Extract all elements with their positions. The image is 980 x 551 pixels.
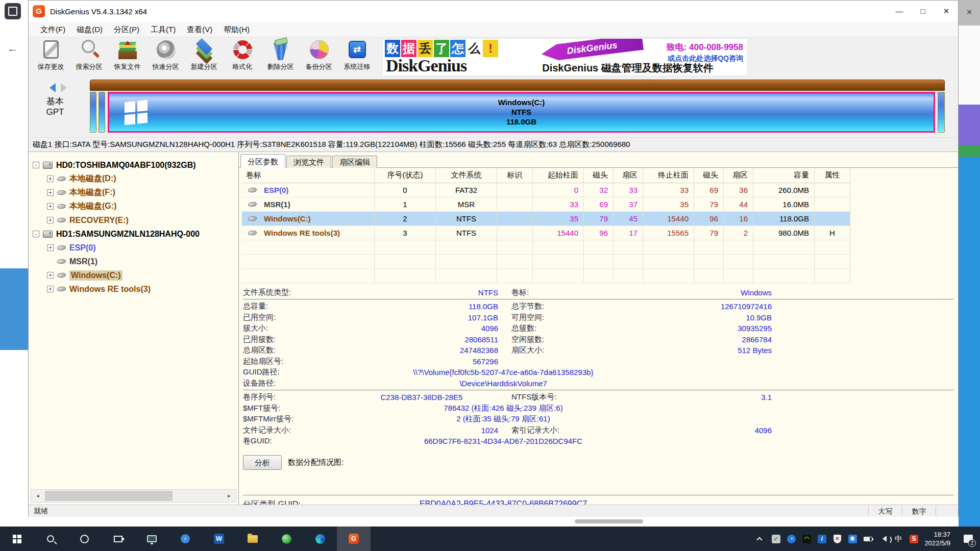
expand-icon[interactable]: + xyxy=(47,203,54,210)
scroll-right-icon[interactable]: ► xyxy=(223,490,236,502)
tab-browse-files[interactable]: 浏览文件 xyxy=(286,156,331,168)
banner-qq-link[interactable]: 或点击此处选择QQ咨询 xyxy=(668,54,743,63)
tray-blue-app-icon[interactable]: ◔ xyxy=(783,527,799,551)
partition-block-esp[interactable] xyxy=(90,92,96,133)
menu-help[interactable]: 帮助(H) xyxy=(218,22,255,37)
lightning-icon xyxy=(181,534,190,543)
details-divider xyxy=(243,390,954,390)
tree-item-msr[interactable]: MSR(1) xyxy=(29,255,238,268)
cortana-button[interactable] xyxy=(67,527,101,551)
format-button[interactable]: 格式化 xyxy=(223,39,261,76)
background-app-icon xyxy=(5,3,21,19)
table-row-windows-c[interactable]: Windows(C:) 2 NTFS 35 79 45 15440 96 16 … xyxy=(242,212,958,226)
pinned-app-word[interactable]: W xyxy=(202,527,236,551)
minimize-button[interactable]: — xyxy=(888,1,911,22)
pinned-app-monitor[interactable] xyxy=(135,527,168,551)
tray-expand-button[interactable] xyxy=(753,527,768,551)
search-partition-button[interactable]: 搜索分区 xyxy=(70,39,108,76)
banner-ribbon: DiskGenius xyxy=(541,38,644,62)
tree-item-windows-c[interactable]: + Windows(C:) xyxy=(29,268,238,282)
expand-icon[interactable]: + xyxy=(47,272,54,279)
disk-bar[interactable] xyxy=(90,80,945,91)
backup-partition-button[interactable]: 备份分区 xyxy=(300,39,338,76)
delete-partition-button[interactable]: 删除分区 xyxy=(261,39,300,76)
expand-icon[interactable]: + xyxy=(47,217,54,223)
pinned-app-messenger[interactable] xyxy=(168,527,202,551)
scroll-thumb[interactable] xyxy=(45,491,173,501)
taskbar-app-diskgenius[interactable]: G xyxy=(337,527,371,551)
tree-item-esp[interactable]: + ESP(0) xyxy=(29,241,238,255)
taskbar-clock[interactable]: 18:37 2022/5/9 xyxy=(924,530,950,547)
battery-icon[interactable] xyxy=(860,527,875,551)
table-row-esp[interactable]: ESP(0) 0 FAT32 0 32 33 33 69 36 260.0MB xyxy=(242,183,958,197)
status-numlock: 数字 xyxy=(902,507,936,516)
tray-intel-icon[interactable]: i xyxy=(814,527,829,551)
save-changes-button[interactable]: 保存更改 xyxy=(32,39,70,76)
tray-nvidia-icon[interactable]: ◠ xyxy=(799,527,814,551)
ime-indicator[interactable]: 中 xyxy=(891,527,906,551)
expand-icon[interactable]: + xyxy=(47,176,54,182)
expand-icon[interactable]: + xyxy=(47,286,54,292)
disk-icon xyxy=(43,162,53,169)
nav-back-icon[interactable] xyxy=(45,83,56,92)
collapse-icon[interactable]: - xyxy=(33,231,39,237)
banner-tile: 么 xyxy=(467,40,482,57)
notification-center-button[interactable]: 2 xyxy=(957,527,980,551)
status-capslock: 大写 xyxy=(868,507,902,516)
tray-update-icon[interactable]: ✓ xyxy=(768,527,783,551)
diskgenius-window: G DiskGenius V5.4.3.1342 x64 — □ ✕ 文件(F)… xyxy=(28,0,959,516)
start-button[interactable] xyxy=(0,527,34,551)
tree-item-hd0[interactable]: - HD0:TOSHIBAMQ04ABF100(932GB) xyxy=(29,158,238,172)
nav-forward-icon[interactable] xyxy=(61,83,71,92)
tree-item-local-d[interactable]: + 本地磁盘(D:) xyxy=(29,172,238,186)
volume-icon[interactable] xyxy=(875,527,891,551)
tab-partition-params[interactable]: 分区参数 xyxy=(240,154,285,168)
pinned-app-browser[interactable] xyxy=(270,527,303,551)
pinned-app-edge[interactable] xyxy=(303,527,337,551)
partition-block-windows-c[interactable]: Windows(C:) NTFS 118.0GB xyxy=(108,92,935,133)
menu-view[interactable]: 查看(V) xyxy=(181,22,218,37)
menu-disk[interactable]: 磁盘(D) xyxy=(71,22,108,37)
menu-partition[interactable]: 分区(P) xyxy=(108,22,145,37)
collapse-icon[interactable]: - xyxy=(33,162,39,168)
task-view-button[interactable] xyxy=(101,527,135,551)
partition-block-msr[interactable] xyxy=(99,92,105,133)
pinned-app-file-explorer[interactable] xyxy=(236,527,270,551)
tree-item-windows-re[interactable]: + Windows RE tools(3) xyxy=(29,282,238,296)
expand-icon[interactable]: + xyxy=(47,189,54,196)
table-row-windows-re[interactable]: Windows RE tools(3) 3 NTFS 15440 96 17 1… xyxy=(242,226,958,240)
background-window-right: ✕ xyxy=(959,0,980,527)
scroll-left-icon[interactable]: ◄ xyxy=(31,490,44,502)
new-partition-button[interactable]: 新建分区 xyxy=(185,39,223,76)
tree-item-local-g[interactable]: + 本地磁盘(G:) xyxy=(29,199,238,213)
windows-logo-icon xyxy=(13,535,21,543)
sogou-icon[interactable]: S xyxy=(906,527,921,551)
expander-spacer xyxy=(47,258,54,265)
taskbar-search-button[interactable] xyxy=(34,527,67,551)
system-migrate-button[interactable]: ⇄ 系统迁移 xyxy=(338,39,376,76)
quick-partition-button[interactable]: 快速分区 xyxy=(146,39,185,76)
ad-banner[interactable]: 数 据 丢 了 怎 么 ! DiskGenius DiskGenius Disk… xyxy=(382,38,748,76)
expand-icon[interactable]: + xyxy=(47,244,54,251)
tray-snowflake-icon[interactable]: ❄ xyxy=(845,527,860,551)
tree-item-local-f[interactable]: + 本地磁盘(F:) xyxy=(29,186,238,199)
close-button[interactable]: ✕ xyxy=(935,1,958,22)
maximize-button[interactable]: □ xyxy=(911,1,935,22)
menu-file[interactable]: 文件(F) xyxy=(35,22,71,37)
table-row-msr[interactable]: MSR(1) 1 MSR 33 69 37 35 79 44 16.0MB xyxy=(242,197,958,212)
banner-tile: ! xyxy=(483,40,498,57)
analyze-button[interactable]: 分析 xyxy=(243,455,282,470)
menu-tools[interactable]: 工具(T) xyxy=(145,22,181,37)
background-close-icon: ✕ xyxy=(959,0,980,26)
partition-block-re-tools[interactable] xyxy=(938,92,945,133)
tree-item-hd1[interactable]: - HD1:SAMSUNGMZNLN128HAHQ-000 xyxy=(29,227,238,241)
tray-security-shield-icon[interactable]: ✕ xyxy=(829,527,845,551)
recover-files-button[interactable]: 恢复文件 xyxy=(108,39,146,76)
search-partition-icon xyxy=(78,39,101,61)
format-icon xyxy=(231,39,254,61)
tab-sector-edit[interactable]: 扇区编辑 xyxy=(332,156,377,168)
tree-horizontal-scrollbar[interactable]: ◄ ► xyxy=(31,489,236,503)
clock-time: 18:37 xyxy=(924,530,950,539)
clock-date: 2022/5/9 xyxy=(924,539,950,547)
tree-item-recovery-e[interactable]: + RECOVERY(E:) xyxy=(29,213,238,227)
